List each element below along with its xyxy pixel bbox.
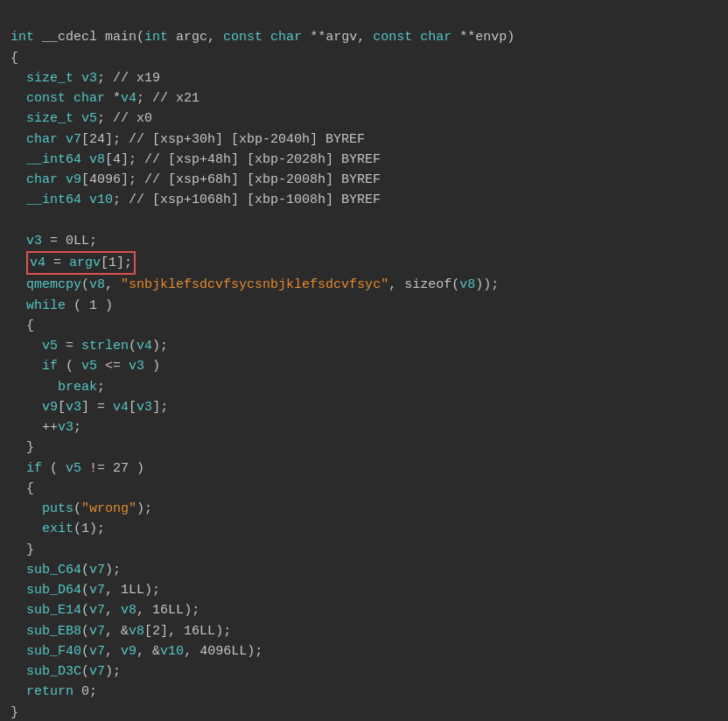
- line-qmemcpy: qmemcpy(v8, "snbjklefsdcvfsycsnbjklefsdc…: [10, 277, 499, 292]
- line-if-v5-27: if ( v5 != 27 ): [10, 461, 144, 476]
- line-if-v5: if ( v5 <= v3 ): [10, 359, 160, 374]
- line-close-final: }: [10, 705, 18, 720]
- line-inc-v3: ++v3;: [10, 420, 81, 435]
- line-open-brace: {: [10, 51, 18, 66]
- line-v8-decl: __int64 v8[4]; // [xsp+48h] [xbp-2028h] …: [10, 152, 381, 167]
- line-open-brace3: {: [10, 481, 34, 496]
- line-puts: puts("wrong");: [10, 501, 152, 516]
- line-close-brace3: }: [10, 542, 34, 557]
- line-v3-assign: v3 = 0LL;: [10, 234, 97, 248]
- line-sub-eb8: sub_EB8(v7, &v8[2], 16LL);: [10, 624, 231, 639]
- line-v5-decl: size_t v5; // x0: [10, 111, 152, 126]
- line-return: return 0;: [10, 684, 97, 699]
- line-sub-c64: sub_C64(v7);: [10, 563, 121, 578]
- line-blank1: [10, 214, 18, 228]
- code-view: int __cdecl main(int argc, const char **…: [10, 7, 718, 721]
- line-sub-f40: sub_F40(v7, v9, &v10, 4096LL);: [10, 644, 262, 659]
- line-exit: exit(1);: [10, 522, 105, 536]
- line-v3-decl: size_t v3; // x19: [10, 71, 160, 86]
- line-while: while ( 1 ): [10, 298, 113, 313]
- line-v9-decl: char v9[4096]; // [xsp+68h] [xbp-2008h] …: [10, 172, 381, 187]
- line-v9-assign: v9[v3] = v4[v3];: [10, 400, 168, 415]
- line-v5-assign: v5 = strlen(v4);: [10, 339, 168, 354]
- line-func-sig: int __cdecl main(int argc, const char **…: [10, 30, 514, 45]
- line-v4-decl: const char *v4; // x21: [10, 91, 200, 106]
- line-sub-e14: sub_E14(v7, v8, 16LL);: [10, 603, 200, 618]
- line-sub-d3c: sub_D3C(v7);: [10, 664, 121, 679]
- line-v10-decl: __int64 v10; // [xsp+1068h] [xbp-1008h] …: [10, 192, 381, 207]
- line-open-brace2: {: [10, 318, 34, 333]
- line-break: break;: [10, 380, 105, 395]
- line-v7-decl: char v7[24]; // [xsp+30h] [xbp-2040h] BY…: [10, 132, 365, 147]
- line-close-brace2: }: [10, 440, 34, 455]
- line-v4-assign: v4 = argv[1];: [10, 256, 136, 270]
- line-sub-d64: sub_D64(v7, 1LL);: [10, 583, 160, 598]
